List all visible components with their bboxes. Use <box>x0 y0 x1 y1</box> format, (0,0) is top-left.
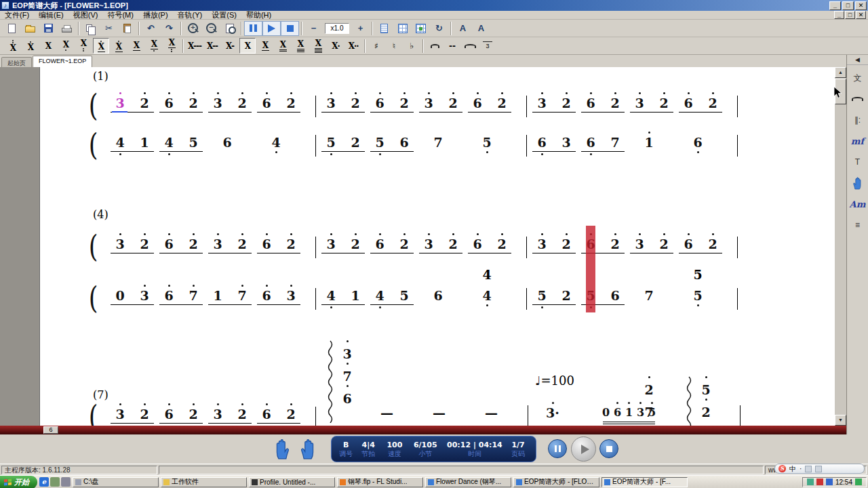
palette-note-button[interactable]: X <box>275 38 291 54</box>
child-close-button[interactable]: ✕ <box>856 11 866 19</box>
tray-icon[interactable] <box>826 479 833 485</box>
palette-note-button[interactable]: -- <box>444 38 460 54</box>
note[interactable]: 6 <box>335 385 359 407</box>
play-button[interactable] <box>571 436 596 462</box>
note[interactable]: 6 <box>254 288 279 303</box>
text-tool[interactable]: T <box>849 154 867 170</box>
note[interactable]: 3 <box>205 96 230 110</box>
note[interactable]: 6 <box>254 407 279 422</box>
track-lines-tool[interactable]: ≡ <box>849 217 867 233</box>
copy-button[interactable] <box>81 21 100 36</box>
input-method-bar[interactable]: S 中 · <box>774 464 865 474</box>
palette-note-button[interactable] <box>427 38 443 54</box>
note[interactable]: 5 <box>181 135 205 150</box>
taskbar-task-button[interactable]: 工作软件 <box>161 477 247 487</box>
note[interactable]: 1 <box>637 135 661 150</box>
note[interactable]: 2 <box>181 237 205 251</box>
palette-note-button[interactable]: X-- <box>204 38 220 54</box>
taskbar-task-button[interactable]: EOP简谱大师 - [FLOW... <box>513 477 599 487</box>
stop-button[interactable] <box>599 439 618 458</box>
scale-display-button[interactable]: x1.0 <box>323 21 351 36</box>
note[interactable]: 2 <box>132 237 157 251</box>
pause-button[interactable] <box>548 439 567 458</box>
note[interactable]: 2 <box>343 96 368 110</box>
note[interactable]: 2 <box>343 237 368 251</box>
tempo-up-button[interactable]: + <box>351 21 370 36</box>
palette-note-button[interactable]: X <box>163 38 180 54</box>
close-button[interactable]: ✕ <box>855 1 867 10</box>
note[interactable]: 2 <box>392 237 416 251</box>
tab-start-page[interactable]: 起始页 <box>1 57 32 67</box>
note[interactable]: 2 <box>701 96 725 110</box>
palette-note-button[interactable]: X <box>75 38 92 54</box>
note[interactable]: 44 <box>475 288 499 303</box>
note[interactable]: 5 <box>392 288 416 303</box>
note[interactable]: 7 <box>637 288 661 303</box>
note[interactable]: 4 <box>157 135 181 150</box>
note[interactable]: 6 <box>578 135 603 150</box>
font-style-2-button[interactable]: A <box>472 21 490 36</box>
quicklaunch-icon[interactable] <box>50 477 60 487</box>
note[interactable]: 1 <box>132 135 157 150</box>
palette-note-button[interactable]: X <box>5 38 21 54</box>
tray-icon[interactable] <box>816 479 823 485</box>
note[interactable]: 1 <box>623 405 635 420</box>
note[interactable]: 6 <box>603 288 627 303</box>
note[interactable]: 3 <box>627 237 652 251</box>
note[interactable]: 3 <box>554 135 578 150</box>
palette-note-button[interactable]: X <box>128 38 144 54</box>
palette-note-button[interactable] <box>462 38 478 54</box>
open-file-button[interactable] <box>21 21 39 36</box>
note[interactable]: 2 <box>132 96 157 110</box>
note[interactable]: 2 <box>603 96 627 110</box>
palette-note-button[interactable]: X· <box>328 38 344 54</box>
note[interactable]: 3 <box>319 96 343 110</box>
punctuation-toggle[interactable]: · <box>800 465 802 472</box>
palette-note-button[interactable]: X <box>58 38 74 54</box>
child-restore-button[interactable]: □ <box>845 11 855 19</box>
tie-tool[interactable] <box>849 91 867 107</box>
note[interactable]: 6 <box>530 135 554 150</box>
note[interactable]: 0 <box>600 405 612 420</box>
note[interactable]: 3 <box>627 96 652 110</box>
note[interactable]: 3· <box>540 405 565 420</box>
palette-note-button[interactable]: ♮ <box>386 38 402 54</box>
taskbar-task-button[interactable]: Profile. Untitled -... <box>249 477 335 487</box>
note[interactable]: 6 <box>426 288 450 303</box>
right-hand-icon[interactable] <box>298 438 319 461</box>
note[interactable]: 5 <box>646 405 658 420</box>
note[interactable]: 1 <box>343 288 368 303</box>
note[interactable]: 6 <box>254 237 279 251</box>
menu-item[interactable]: 播放(P) <box>138 11 173 20</box>
left-hand-icon[interactable] <box>271 438 292 461</box>
stop-button[interactable] <box>281 21 299 36</box>
note[interactable]: 3 <box>205 237 230 251</box>
note[interactable]: 2 <box>441 237 465 251</box>
start-button[interactable]: 开始 <box>0 476 37 488</box>
note[interactable]: 3 <box>108 407 132 422</box>
taskbar-task-button[interactable]: Flower Dance (钢琴... <box>425 477 511 487</box>
menu-item[interactable]: 帮助(H) <box>241 11 276 20</box>
note[interactable]: 5 <box>368 135 392 150</box>
new-file-button[interactable] <box>3 21 21 36</box>
palette-note-button[interactable]: X <box>93 38 109 54</box>
repeat-tool[interactable]: ∥: <box>849 112 867 128</box>
cut-button[interactable]: ✂ <box>100 21 118 36</box>
note[interactable]: 6 <box>157 288 181 303</box>
note[interactable]: 2 <box>441 96 465 110</box>
minimize-button[interactable]: _ <box>829 1 841 10</box>
note[interactable]: 7 <box>335 363 359 385</box>
note[interactable]: 2 <box>279 96 303 110</box>
note[interactable]: 2 <box>230 96 254 110</box>
zoom-in-button[interactable] <box>184 21 202 36</box>
save-file-button[interactable] <box>39 21 58 36</box>
palette-note-button[interactable]: X <box>146 38 162 54</box>
menu-item[interactable]: 设置(S) <box>207 11 241 20</box>
note[interactable]: 6 <box>157 96 181 110</box>
note[interactable]: 6 <box>465 96 490 110</box>
dynamics-tool[interactable]: mf <box>849 133 867 149</box>
palette-note-button[interactable]: 3 <box>479 38 496 54</box>
paste-button[interactable] <box>118 21 136 36</box>
note[interactable]: 2 <box>230 237 254 251</box>
settings-icon[interactable] <box>815 466 822 472</box>
